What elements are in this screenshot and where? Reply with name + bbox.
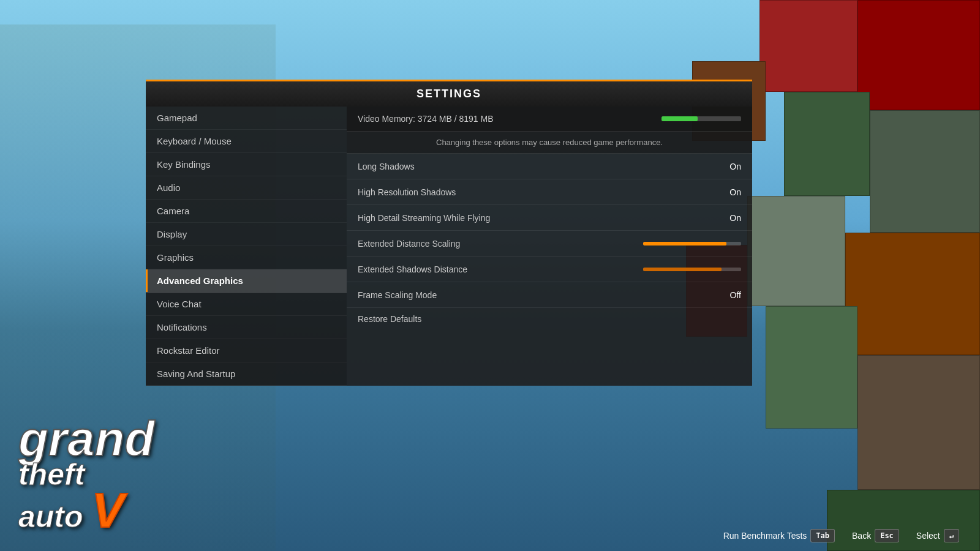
row-label-high-res-shadows: High Resolution Shadows bbox=[358, 187, 456, 197]
settings-row-hd-streaming[interactable]: High Detail Streaming While FlyingOn bbox=[347, 205, 752, 231]
settings-row-frame-scaling-mode[interactable]: Frame Scaling ModeOff bbox=[347, 282, 752, 308]
video-memory-progress bbox=[662, 116, 741, 121]
bottom-action-select[interactable]: Select↵ bbox=[908, 524, 968, 547]
bottom-action-benchmark[interactable]: Run Benchmark TestsTab bbox=[715, 524, 843, 547]
restore-defaults-button[interactable]: Restore Defaults bbox=[347, 308, 752, 330]
bottom-action-label-back: Back bbox=[852, 531, 871, 541]
settings-row-high-res-shadows[interactable]: High Resolution ShadowsOn bbox=[347, 179, 752, 205]
sidebar-item-audio[interactable]: Audio bbox=[146, 176, 347, 200]
key-badge-back: Esc bbox=[875, 529, 899, 542]
gta-logo: grand theft auto V bbox=[18, 417, 154, 533]
row-value-hd-streaming: On bbox=[717, 213, 741, 223]
row-value-high-res-shadows: On bbox=[717, 187, 741, 197]
sidebar-item-camera[interactable]: Camera bbox=[146, 200, 347, 223]
performance-warning: Changing these options may cause reduced… bbox=[347, 132, 752, 154]
settings-panel: SETTINGS GamepadKeyboard / MouseKey Bind… bbox=[146, 80, 752, 386]
sidebar-item-voice-chat[interactable]: Voice Chat bbox=[146, 293, 347, 316]
sidebar-item-key-bindings[interactable]: Key Bindings bbox=[146, 153, 347, 176]
row-value-frame-scaling-mode: Off bbox=[717, 290, 741, 300]
slider-bar-ext-shadows-distance[interactable] bbox=[643, 268, 741, 271]
settings-row-long-shadows[interactable]: Long ShadowsOn bbox=[347, 154, 752, 179]
settings-body: GamepadKeyboard / MouseKey BindingsAudio… bbox=[146, 107, 752, 386]
settings-rows-container: Long ShadowsOnHigh Resolution ShadowsOnH… bbox=[347, 154, 752, 308]
bottom-action-back[interactable]: BackEsc bbox=[843, 524, 908, 547]
row-label-ext-shadows-distance: Extended Shadows Distance bbox=[358, 264, 467, 274]
sidebar-item-gamepad[interactable]: Gamepad bbox=[146, 107, 347, 130]
row-label-ext-distance-scaling: Extended Distance Scaling bbox=[358, 239, 460, 249]
settings-row-ext-distance-scaling[interactable]: Extended Distance Scaling bbox=[347, 231, 752, 257]
row-label-frame-scaling-mode: Frame Scaling Mode bbox=[358, 290, 437, 300]
bottom-bar: Run Benchmark TestsTabBackEscSelect↵ bbox=[0, 520, 980, 551]
bottom-action-label-benchmark: Run Benchmark Tests bbox=[723, 531, 807, 541]
sidebar-item-graphics[interactable]: Graphics bbox=[146, 246, 347, 269]
logo-grand: grand bbox=[18, 417, 154, 461]
sidebar-item-keyboard-mouse[interactable]: Keyboard / Mouse bbox=[146, 130, 347, 153]
row-value-long-shadows: On bbox=[717, 162, 741, 171]
sidebar-item-advanced-graphics[interactable]: Advanced Graphics bbox=[146, 269, 347, 293]
settings-title: SETTINGS bbox=[417, 88, 481, 100]
video-memory-row: Video Memory: 3724 MB / 8191 MB bbox=[347, 107, 752, 132]
bottom-action-label-select: Select bbox=[916, 531, 940, 541]
video-memory-label: Video Memory: 3724 MB / 8191 MB bbox=[358, 114, 494, 124]
sidebar-item-saving-startup[interactable]: Saving And Startup bbox=[146, 362, 347, 386]
row-label-long-shadows: Long Shadows bbox=[358, 162, 415, 171]
key-badge-select: ↵ bbox=[944, 529, 959, 542]
settings-row-ext-shadows-distance[interactable]: Extended Shadows Distance bbox=[347, 257, 752, 282]
row-label-hd-streaming: High Detail Streaming While Flying bbox=[358, 213, 490, 223]
settings-sidebar: GamepadKeyboard / MouseKey BindingsAudio… bbox=[146, 107, 347, 386]
key-badge-benchmark: Tab bbox=[810, 529, 835, 542]
settings-title-bar: SETTINGS bbox=[146, 80, 752, 107]
sidebar-item-notifications[interactable]: Notifications bbox=[146, 316, 347, 339]
settings-content: Video Memory: 3724 MB / 8191 MB Changing… bbox=[347, 107, 752, 386]
slider-bar-ext-distance-scaling[interactable] bbox=[643, 242, 741, 246]
video-memory-fill bbox=[662, 116, 698, 121]
slider-fill-ext-shadows-distance bbox=[643, 268, 722, 271]
slider-fill-ext-distance-scaling bbox=[643, 242, 726, 246]
sidebar-item-display[interactable]: Display bbox=[146, 223, 347, 246]
sidebar-item-rockstar-editor[interactable]: Rockstar Editor bbox=[146, 339, 347, 362]
